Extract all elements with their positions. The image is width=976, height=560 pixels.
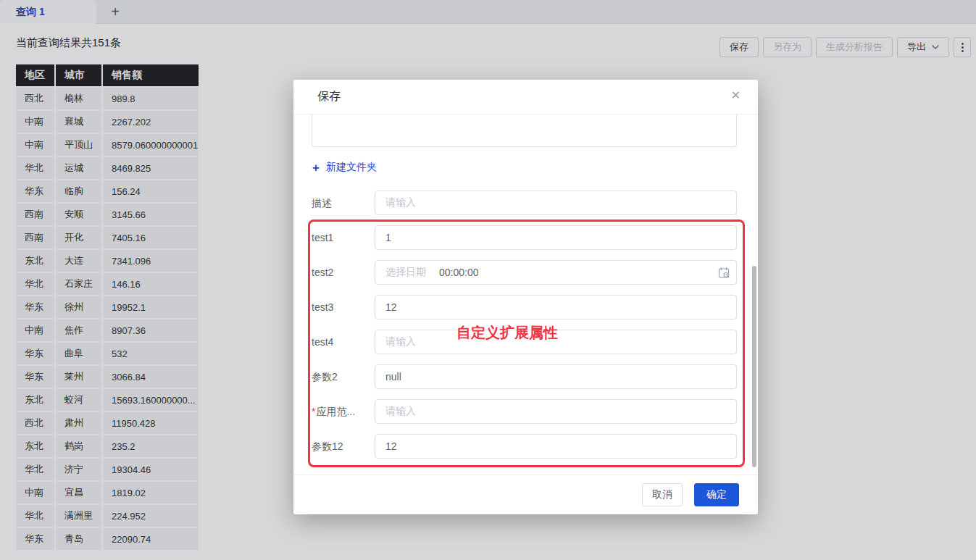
close-icon[interactable]: ✕ (731, 90, 741, 101)
app-root: 查询 1 + 当前查询结果共151条 保存 另存为 生成分析报告 导出 地区 城… (0, 0, 976, 560)
input-value: 12 (385, 440, 397, 452)
field-label: 参数2 (312, 364, 375, 389)
input-placeholder: 请输入 (385, 196, 416, 209)
field-row: 参数2null (312, 364, 737, 389)
input-test2[interactable]: 选择日期00:00:00 (375, 260, 737, 285)
date-placeholder: 选择日期 (385, 266, 426, 279)
save-dialog: 保存 ✕ + 新建文件夹 描述请输入test11test2选择日期00:00:0… (293, 80, 758, 514)
dialog-title: 保存 (317, 89, 341, 104)
field-row: *应用范...请输入 (312, 399, 737, 424)
field-row: 描述请输入 (312, 191, 737, 215)
field-label: 参数12 (312, 434, 375, 459)
input-参数2[interactable]: null (375, 364, 737, 389)
field-label: 描述 (312, 191, 375, 215)
required-asterisk: * (312, 406, 315, 417)
field-label: test3 (312, 295, 375, 319)
field-row: 参数1212 (312, 434, 737, 459)
dialog-footer: 取消 确定 (293, 475, 758, 514)
new-folder-link[interactable]: + 新建文件夹 (312, 161, 377, 174)
input-test1[interactable]: 1 (375, 225, 737, 250)
confirm-button[interactable]: 确定 (694, 483, 739, 506)
input-value: 1 (385, 232, 391, 243)
plus-icon: + (312, 162, 320, 174)
input-value: 12 (385, 301, 397, 313)
input-test3[interactable]: 12 (375, 295, 737, 319)
cancel-button[interactable]: 取消 (642, 483, 683, 506)
folder-select-box[interactable] (312, 114, 737, 147)
input-参数12[interactable]: 12 (375, 434, 737, 459)
new-folder-label: 新建文件夹 (326, 161, 377, 174)
time-value: 00:00:00 (439, 267, 479, 278)
calendar-clock-icon[interactable] (718, 267, 730, 281)
dialog-header: 保存 (293, 80, 758, 114)
input-placeholder: 请输入 (385, 405, 416, 418)
field-label: test1 (312, 225, 375, 250)
field-label: *应用范... (312, 399, 375, 424)
input-test4[interactable]: 请输入 (375, 330, 737, 354)
input-描述[interactable]: 请输入 (375, 191, 737, 215)
input-value: null (385, 371, 401, 383)
input-placeholder: 请输入 (385, 335, 416, 348)
field-row: test4请输入 (312, 330, 737, 354)
modal-fields: 描述请输入test11test2选择日期00:00:00test312test4… (312, 191, 737, 469)
field-row: test312 (312, 295, 737, 319)
field-row: test11 (312, 225, 737, 250)
input-应用范...[interactable]: 请输入 (375, 399, 737, 424)
field-label: test4 (312, 330, 375, 354)
modal-scrollbar-thumb[interactable] (752, 266, 756, 467)
field-row: test2选择日期00:00:00 (312, 260, 737, 285)
field-label: test2 (312, 260, 375, 285)
